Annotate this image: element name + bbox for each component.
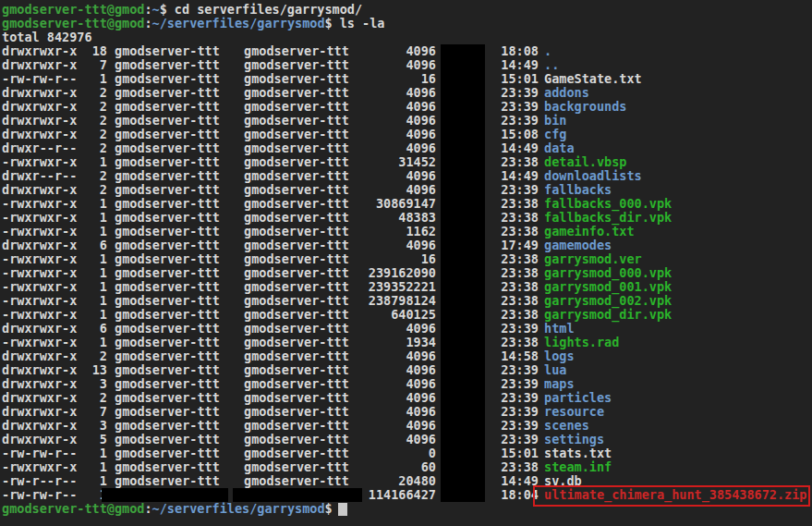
file-owner: gmodserver-ttt: [115, 225, 244, 239]
file-permissions: -rwxrwxr-x: [2, 280, 83, 294]
file-group: gmodserver-ttt: [244, 44, 366, 58]
link-count: 1: [83, 155, 107, 169]
file-row: -rwxrwxr-x1gmodserver-tttgmodserver-ttt2…: [2, 294, 812, 308]
file-row: drwxr--r--2gmodserver-tttgmodserver-ttt4…: [2, 169, 812, 183]
file-owner: gmodserver-ttt: [115, 349, 244, 363]
file-row: drwxrwxr-x13gmodserver-tttgmodserver-ttt…: [2, 363, 812, 377]
file-name: gamemodes: [544, 239, 612, 252]
link-count: 1: [83, 252, 107, 266]
file-owner: gmodserver-ttt: [115, 336, 244, 349]
link-count: 2: [83, 86, 107, 100]
file-size: 4096: [366, 100, 436, 114]
link-count: 2: [83, 183, 107, 197]
file-size: 60: [366, 460, 436, 474]
file-size: 16: [366, 252, 436, 266]
file-owner: gmodserver-ttt: [115, 266, 244, 280]
file-group: gmodserver-ttt: [244, 211, 366, 225]
file-row: drwxrwxr-x6gmodserver-tttgmodserver-ttt4…: [2, 322, 812, 336]
file-time: 23:38: [498, 211, 539, 225]
file-time: 15:01: [498, 72, 539, 86]
terminal-cursor: [338, 503, 347, 516]
link-count: 1: [83, 308, 107, 322]
link-count: 5: [83, 433, 107, 446]
file-group: gmodserver-ttt: [244, 169, 366, 183]
file-owner: gmodserver-ttt: [115, 72, 244, 86]
file-name: cfg: [544, 128, 566, 141]
link-count: 1: [83, 266, 107, 280]
file-size: 238798124: [366, 294, 436, 308]
file-size: 20480: [366, 474, 436, 488]
link-count: 1: [83, 280, 107, 294]
redaction-group-cell: [233, 488, 362, 502]
file-permissions: -rw-rw-r--: [2, 446, 83, 460]
file-row: -rwxrwxr-x1gmodserver-tttgmodserver-ttt1…: [2, 225, 812, 239]
file-owner: gmodserver-ttt: [115, 86, 244, 100]
file-owner: gmodserver-ttt: [115, 433, 244, 446]
file-name: lua: [544, 363, 566, 377]
file-time: 23:39: [498, 391, 539, 405]
file-permissions: -rwxrwxr-x: [2, 336, 83, 349]
file-name: addons: [544, 86, 589, 100]
total-text: total 842976: [2, 31, 92, 44]
file-group: gmodserver-ttt: [244, 72, 366, 86]
link-count: 2: [83, 141, 107, 155]
file-time: 14:49: [498, 141, 539, 155]
file-group: gmodserver-ttt: [244, 377, 366, 391]
link-count: 1: [83, 225, 107, 239]
file-permissions: -rw-rw-r--: [2, 72, 83, 86]
link-count: 6: [83, 239, 107, 252]
file-name: scenes: [544, 419, 589, 433]
file-row: drwxrwxr-x18gmodserver-tttgmodserver-ttt…: [2, 44, 812, 58]
file-time: 23:38: [498, 308, 539, 322]
file-permissions: drwxrwxr-x: [2, 405, 83, 419]
file-group: gmodserver-ttt: [244, 460, 366, 474]
link-count: 13: [83, 363, 107, 377]
file-size: 30869147: [366, 197, 436, 211]
file-size: 31452: [366, 155, 436, 169]
file-name: garrysmod_000.vpk: [544, 266, 672, 280]
redaction-owner-cell: [102, 488, 228, 502]
file-time: 18:04: [498, 488, 539, 502]
terminal-window[interactable]: gmodserver-ttt@gmod : ~ $ cd serverfiles…: [0, 0, 812, 526]
file-permissions: drwxrwxr-x: [2, 183, 83, 197]
link-count: 1: [83, 72, 107, 86]
file-group: gmodserver-ttt: [244, 86, 366, 100]
file-time: 23:39: [498, 363, 539, 377]
file-time: 23:38: [498, 155, 539, 169]
file-time: 23:38: [498, 197, 539, 211]
file-size: 4096: [366, 419, 436, 433]
link-count: 1: [83, 294, 107, 308]
file-name: settings: [544, 433, 604, 446]
file-name: gameinfo.txt: [544, 225, 635, 239]
file-size: 48383: [366, 211, 436, 225]
file-row: -rw-rw-r--1gmodserver-tttgmodserver-ttt1…: [2, 72, 812, 86]
prompt-dollar: $: [325, 17, 333, 31]
file-listing: drwxrwxr-x18gmodserver-tttgmodserver-ttt…: [2, 44, 812, 502]
file-size: 4096: [366, 433, 436, 446]
file-time: 23:38: [498, 294, 539, 308]
file-row: drwxrwxr-x2gmodserver-tttgmodserver-ttt4…: [2, 114, 812, 128]
link-count: 2: [83, 100, 107, 114]
file-name: GameState.txt: [544, 72, 642, 86]
file-row: drwxrwxr-x2gmodserver-tttgmodserver-ttt4…: [2, 349, 812, 363]
file-size: 0: [366, 446, 436, 460]
file-time: 14:49: [498, 58, 539, 72]
file-permissions: -rwxrwxr-x: [2, 225, 83, 239]
file-size: 4096: [366, 239, 436, 252]
file-owner: gmodserver-ttt: [115, 460, 244, 474]
file-time: 23:39: [498, 114, 539, 128]
file-permissions: drwxr--r--: [2, 169, 83, 183]
file-time: 15:08: [498, 128, 539, 141]
link-count: 2: [83, 128, 107, 141]
file-group: gmodserver-ttt: [244, 128, 366, 141]
file-row: -rwxrwxr-x1gmodserver-tttgmodserver-ttt1…: [2, 336, 812, 349]
file-size: 1162: [366, 225, 436, 239]
file-row: drwxrwxr-x7gmodserver-tttgmodserver-ttt4…: [2, 58, 812, 72]
file-name: detail.vbsp: [544, 155, 626, 169]
file-size: 4096: [366, 391, 436, 405]
file-size: 4096: [366, 377, 436, 391]
file-name: steam.inf: [544, 460, 612, 474]
file-time: 14:58: [498, 349, 539, 363]
file-size: 1934: [366, 336, 436, 349]
file-permissions: drwxrwxr-x: [2, 363, 83, 377]
